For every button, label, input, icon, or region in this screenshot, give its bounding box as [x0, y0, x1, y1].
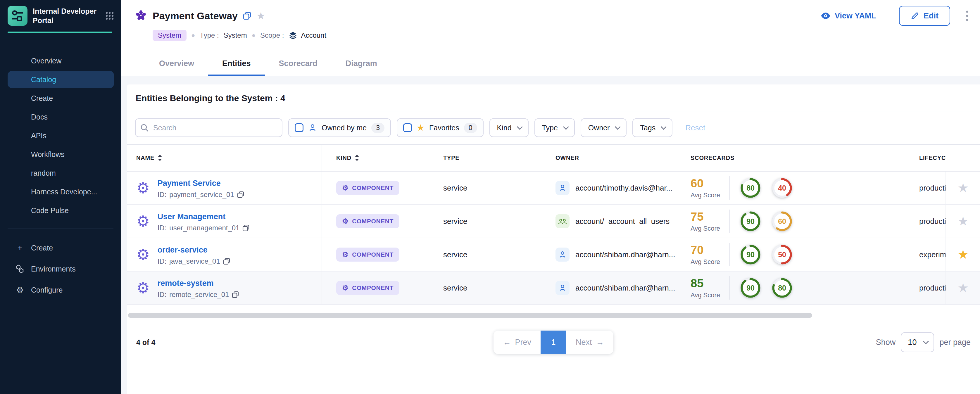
sidebar-item-docs[interactable]: Docs	[8, 108, 114, 126]
column-header-lifecycle[interactable]: LIFECYCLE	[912, 155, 945, 161]
divider	[729, 210, 730, 233]
tab-entities[interactable]: Entities	[208, 52, 265, 76]
view-yaml-label: View YAML	[835, 11, 876, 21]
sidebar-create-button[interactable]: + Create	[8, 239, 114, 257]
sidebar-environments-label: Environments	[31, 265, 76, 273]
entity-owner: account/shibam.dhar@harn...	[549, 272, 684, 304]
system-network-icon	[135, 10, 147, 22]
scorecard-gauge[interactable]: 90	[740, 210, 762, 232]
entity-name-link[interactable]: User Management	[158, 212, 226, 221]
content-area: Entities Belonging to the System : 4	[121, 76, 980, 394]
scorecards-cell: 85 Avg Score 90 80	[684, 272, 912, 304]
entity-owner: account/_account_all_users	[549, 205, 684, 238]
scorecard-gauge[interactable]: 90	[740, 243, 762, 266]
view-yaml-button[interactable]: View YAML	[821, 11, 876, 21]
sidebar-item-workflows[interactable]: Workflows	[8, 146, 114, 163]
edit-button[interactable]: Edit	[899, 6, 950, 26]
table-row[interactable]: ⚙ Payment Service ID:payment_service_01	[127, 172, 980, 205]
gear-icon: ⚙	[342, 184, 348, 191]
table-row[interactable]: ⚙ User Management ID:user_management_01	[127, 205, 980, 238]
sidebar-item-harness-developer[interactable]: Harness Develope...	[8, 183, 114, 200]
scorecards-cell: 70 Avg Score 90 50	[684, 238, 912, 271]
tab-scorecard[interactable]: Scorecard	[265, 52, 331, 76]
search-input[interactable]	[135, 118, 282, 137]
entity-kind-badge: System	[153, 30, 186, 41]
scorecard-gauge[interactable]: 40	[771, 177, 793, 199]
entity-name-link[interactable]: order-service	[158, 246, 208, 254]
table-row[interactable]: ⚙ remote-system ID:remote_service_01 ⚙CO	[127, 272, 980, 305]
favorites-filter[interactable]: ★ Favorites 0	[397, 118, 484, 137]
scorecard-gauge[interactable]: 50	[771, 243, 793, 266]
scorecard-gauge[interactable]: 80	[771, 277, 793, 299]
results-summary: 4 of 4	[136, 338, 493, 346]
favorite-star[interactable]: ★	[958, 215, 969, 227]
owned-by-me-filter[interactable]: Owned by me 3	[288, 118, 391, 137]
sidebar-environments-button[interactable]: Environments	[8, 260, 114, 278]
next-page-button[interactable]: Next →	[566, 330, 613, 354]
more-options-kebab-icon[interactable]	[966, 11, 968, 21]
sidebar-item-create[interactable]: Create	[8, 89, 114, 107]
gear-icon: ⚙	[342, 251, 348, 258]
owned-by-me-checkbox[interactable]	[295, 123, 304, 132]
current-page-button[interactable]: 1	[541, 330, 566, 354]
page-size-select[interactable]: 10	[901, 332, 934, 352]
copy-icon[interactable]	[223, 258, 230, 265]
entity-id-line: ID:payment_service_01	[158, 191, 244, 199]
favorite-star[interactable]: ★	[958, 182, 969, 194]
horizontal-scrollbar-thumb[interactable]	[128, 313, 812, 318]
search-icon	[140, 124, 148, 132]
chevron-down-icon	[923, 338, 929, 344]
column-header-type[interactable]: TYPE	[436, 155, 549, 161]
scorecard-gauge[interactable]: 90	[740, 277, 762, 299]
copy-icon[interactable]	[242, 224, 250, 232]
kind-badge: ⚙COMPONENT	[336, 248, 399, 262]
type-dropdown[interactable]: Type	[535, 118, 575, 137]
favorites-checkbox[interactable]	[403, 123, 412, 132]
column-header-kind[interactable]: KIND	[322, 155, 436, 161]
column-header-scorecards[interactable]: SCORECARDS	[684, 155, 912, 161]
scope-label: Scope :	[260, 31, 284, 40]
avg-score-label: Avg Score	[690, 191, 720, 199]
sidebar-item-apis[interactable]: APIs	[8, 127, 114, 145]
tab-diagram[interactable]: Diagram	[331, 52, 391, 76]
copy-icon[interactable]	[232, 291, 239, 298]
favorite-star[interactable]: ★	[958, 282, 969, 294]
idp-logo	[8, 6, 27, 26]
copy-title-icon[interactable]	[243, 12, 251, 20]
column-header-owner[interactable]: OWNER	[549, 155, 684, 161]
kind-dropdown[interactable]: Kind	[489, 118, 528, 137]
favorite-star[interactable]: ★	[958, 248, 969, 261]
chevron-down-icon	[615, 124, 621, 130]
sidebar-divider	[8, 229, 113, 229]
sidebar-item-overview[interactable]: Overview	[8, 52, 114, 70]
scorecard-gauge[interactable]: 80	[740, 177, 762, 199]
owner-dropdown[interactable]: Owner	[581, 118, 627, 137]
sidebar-configure-button[interactable]: ⚙ Configure	[8, 281, 114, 299]
column-header-name[interactable]: NAME	[127, 145, 322, 171]
entity-name-link[interactable]: Payment Service	[158, 179, 221, 187]
module-grid-icon[interactable]	[105, 11, 114, 20]
scorecard-gauge[interactable]: 60	[771, 210, 793, 232]
entity-id: java_service_01	[169, 257, 220, 265]
divider	[729, 176, 730, 200]
arrow-left-icon: ←	[503, 338, 511, 347]
table-row[interactable]: ⚙ order-service ID:java_service_01 ⚙COMP	[127, 238, 980, 272]
reset-filters-link[interactable]: Reset	[685, 123, 705, 132]
entity-name-link[interactable]: remote-system	[158, 279, 214, 288]
favorites-count: 0	[464, 123, 477, 133]
copy-icon[interactable]	[237, 191, 244, 198]
favorite-title-star-icon[interactable]: ★	[256, 11, 265, 21]
kind-dropdown-label: Kind	[497, 124, 512, 132]
page-title: Payment Gateway	[153, 10, 238, 22]
edit-label: Edit	[924, 11, 939, 21]
owner-user-icon	[555, 281, 570, 295]
sidebar-item-code-pulse[interactable]: Code Pulse	[8, 202, 114, 219]
sidebar-item-random[interactable]: random	[8, 164, 114, 182]
tags-dropdown[interactable]: Tags	[632, 118, 673, 137]
entity-owner: account/shibam.dhar@harn...	[549, 238, 684, 271]
prev-page-button[interactable]: ← Prev	[493, 330, 541, 354]
sidebar-item-catalog[interactable]: Catalog	[8, 71, 114, 88]
plus-icon: +	[15, 243, 25, 253]
sidebar-header: Internal Developer Portal	[0, 0, 121, 32]
tab-overview[interactable]: Overview	[145, 52, 208, 76]
